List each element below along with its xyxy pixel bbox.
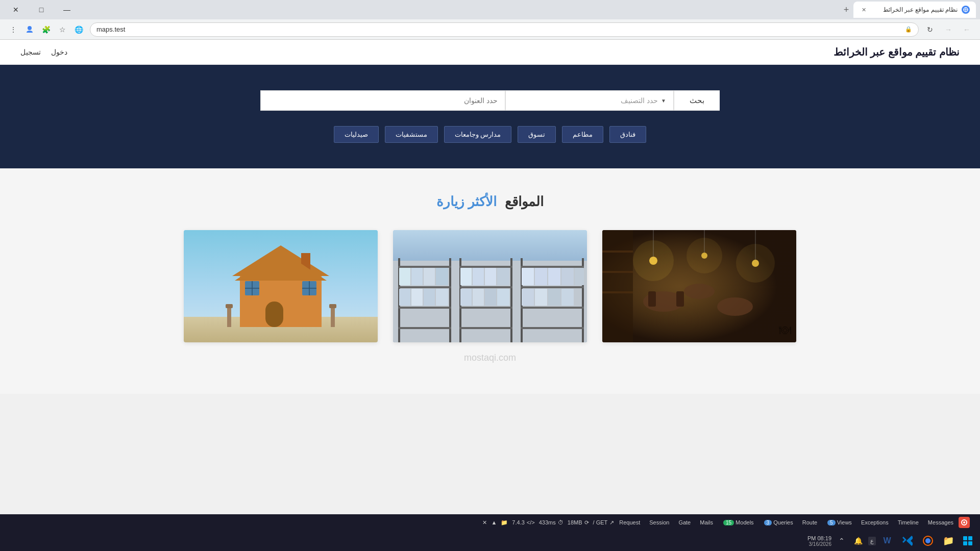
register-link[interactable]: تسجيل — [20, 48, 41, 56]
watermark-text: mostaqi.com — [464, 353, 516, 363]
search-button[interactable]: بحث — [674, 90, 720, 111]
debug-close[interactable]: ✕ — [482, 519, 487, 526]
debug-timeline[interactable]: Timeline — [894, 518, 923, 527]
svg-rect-35 — [436, 268, 448, 285]
svg-marker-72 — [232, 245, 329, 276]
maximize-button[interactable]: □ — [30, 2, 53, 18]
svg-rect-50 — [460, 289, 472, 306]
browser-tab[interactable]: نظام تقييم مواقع عبر الخرائط ✕ — [853, 2, 976, 18]
debug-up[interactable]: ▲ — [491, 519, 497, 525]
taskbar-vscode[interactable] — [898, 533, 917, 549]
search-bar: بحث ▼ حدد التصنيف — [260, 90, 720, 111]
taskbar-explorer[interactable]: 📁 — [939, 533, 958, 549]
debug-models[interactable]: Models 15 — [718, 518, 758, 527]
svg-rect-33 — [411, 268, 423, 285]
taskbar: 📁 W ع 🔔 ⌃ 08:19 PM 3/16/2026 — [0, 531, 980, 551]
debug-mails[interactable]: Mails — [696, 518, 717, 527]
svg-rect-90 — [968, 541, 972, 545]
close-button[interactable]: ✕ — [4, 2, 28, 18]
address-input[interactable] — [260, 90, 505, 111]
hero-section: بحث ▼ حدد التصنيف فنادق مطاعم تسوق مدارس… — [0, 65, 980, 168]
debug-session[interactable]: Session — [645, 518, 673, 527]
tag-hospitals[interactable]: مستشفيات — [385, 126, 438, 143]
taskbar-time: 08:19 PM 3/16/2026 — [807, 535, 831, 547]
debug-messages[interactable]: Messages — [924, 518, 958, 527]
profile-button[interactable] — [22, 22, 37, 37]
debug-memory[interactable]: ⟳ 18MB — [568, 519, 589, 526]
debug-files[interactable]: 📁 — [501, 519, 508, 526]
browser-toolbar: ← → ↻ 🔒 maps.test 🌐 ☆ 🧩 ⋮ — [0, 19, 980, 40]
tab-close-button[interactable]: ✕ — [860, 6, 868, 14]
card-house[interactable] — [184, 230, 378, 342]
refresh-button[interactable]: ↻ — [923, 22, 937, 37]
svg-rect-38 — [424, 289, 435, 306]
category-dropdown[interactable]: ▼ حدد التصنيف — [505, 90, 674, 111]
svg-point-92 — [925, 538, 930, 543]
svg-rect-36 — [399, 289, 410, 306]
svg-point-3 — [28, 26, 32, 30]
minimize-button[interactable]: — — [55, 2, 79, 18]
debug-queries[interactable]: Queries 3 — [759, 518, 797, 527]
translate-button[interactable]: 🌐 — [71, 22, 86, 37]
arrow-icon: ↗ — [609, 519, 614, 526]
debug-route[interactable]: Route — [798, 518, 821, 527]
svg-rect-49 — [497, 268, 509, 285]
svg-point-18 — [687, 238, 722, 273]
svg-rect-89 — [963, 541, 967, 545]
taskbar-language[interactable]: ع — [868, 537, 876, 545]
debug-right: ↗ GET / ⟳ 18MB ⏱ 433ms </> 7.4.3 📁 ▲ ✕ — [482, 519, 614, 526]
svg-rect-29 — [398, 286, 451, 288]
tag-schools[interactable]: مدارس وجامعات — [444, 126, 512, 143]
start-button[interactable] — [960, 533, 976, 549]
watermark: mostaqi.com — [51, 342, 929, 368]
menu-button[interactable]: ⋮ — [6, 22, 20, 37]
site-title: نظام تقييم مواقع عبر الخرائط — [834, 46, 960, 58]
svg-rect-88 — [968, 536, 972, 540]
category-placeholder: حدد التصنيف — [513, 96, 658, 105]
time-icon: ⏱ — [558, 519, 564, 525]
chevron-down-icon: ▼ — [661, 98, 666, 104]
debug-version[interactable]: </> 7.4.3 — [512, 519, 534, 525]
tag-restaurants[interactable]: مطاعم — [562, 126, 603, 143]
svg-rect-53 — [497, 289, 509, 306]
svg-rect-58 — [521, 307, 584, 309]
bookmark-button[interactable]: ☆ — [55, 22, 69, 37]
new-tab-button[interactable]: + — [839, 3, 853, 17]
debug-bar: Messages Timeline Exceptions Views 5 Rou… — [0, 514, 980, 531]
url-text: maps.test — [96, 26, 902, 33]
category-tags: فنادق مطاعم تسوق مدارس وجامعات مستشفيات … — [334, 126, 647, 143]
section-title-prefix: المواقع — [505, 194, 544, 209]
most-visited-section: المواقع الأكثر زيارة — [0, 168, 980, 394]
taskbar-word[interactable]: W — [878, 533, 896, 549]
card-warehouse[interactable] — [393, 230, 587, 342]
window-controls: — □ ✕ — [4, 2, 79, 18]
svg-point-86 — [963, 521, 965, 523]
back-button[interactable]: ← — [960, 22, 974, 37]
card-restaurant[interactable] — [602, 230, 796, 342]
tag-pharmacies[interactable]: صيدليات — [334, 126, 379, 143]
forward-button[interactable]: → — [941, 22, 955, 37]
tag-shopping[interactable]: تسوق — [518, 126, 556, 143]
address-bar[interactable]: 🔒 maps.test — [90, 22, 919, 37]
svg-rect-65 — [522, 289, 534, 306]
expand-icon[interactable]: ⌃ — [836, 535, 848, 547]
tag-hotels[interactable]: فنادق — [609, 126, 646, 143]
debug-request[interactable]: Request — [615, 518, 644, 527]
site-header: نظام تقييم مواقع عبر الخرائط دخول تسجيل — [0, 40, 980, 65]
extensions-button[interactable]: 🧩 — [39, 22, 53, 37]
svg-rect-61 — [535, 268, 547, 285]
svg-rect-60 — [522, 268, 534, 285]
debug-time[interactable]: ⏱ 433ms — [539, 519, 564, 525]
taskbar-browser1[interactable] — [919, 533, 937, 549]
login-link[interactable]: دخول — [51, 48, 67, 56]
svg-rect-28 — [398, 266, 451, 268]
close-icon: ✕ — [482, 519, 487, 526]
notification-icon[interactable]: 🔔 — [852, 535, 864, 547]
memory-icon: ⟳ — [584, 519, 589, 526]
svg-rect-84 — [329, 304, 336, 308]
debug-exceptions[interactable]: Exceptions — [857, 518, 893, 527]
debug-views[interactable]: Views 5 — [822, 518, 856, 527]
svg-rect-34 — [424, 268, 435, 285]
debug-gate[interactable]: Gate — [674, 518, 695, 527]
debug-method[interactable]: ↗ GET / — [593, 519, 615, 526]
